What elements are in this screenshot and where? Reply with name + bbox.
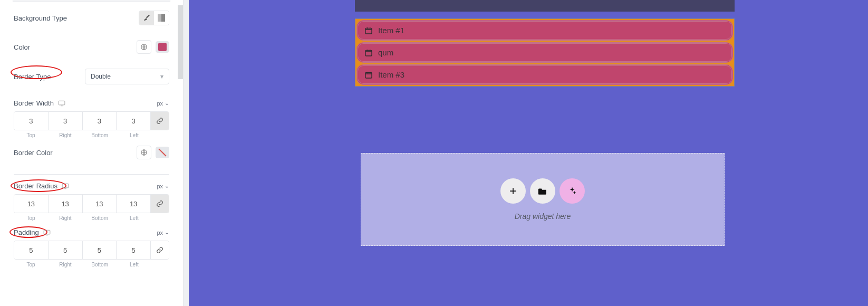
list-item[interactable]: Item #1	[356, 20, 733, 41]
canvas-gutter	[184, 0, 189, 306]
gradient-icon	[158, 14, 165, 22]
border-width-label: Border Width	[14, 99, 54, 107]
border-width-left[interactable]: 3	[117, 112, 151, 130]
editor-canvas[interactable]: Item #1 qum Item #3 + Drag widget here	[184, 0, 868, 306]
svg-rect-10	[365, 28, 372, 34]
border-type-control: Border Type Double ▾	[14, 61, 169, 92]
border-radius-header: Border Radius px⌄	[14, 175, 169, 190]
link-values-button[interactable]	[151, 241, 169, 259]
globe-icon	[140, 43, 148, 51]
padding-right[interactable]: 5	[49, 241, 83, 259]
padding-unit[interactable]: px⌄	[157, 229, 169, 236]
list-item-label: qum	[378, 48, 393, 57]
widget-library-button[interactable]	[530, 178, 555, 204]
link-icon	[156, 117, 163, 125]
border-radius-label: Border Radius	[14, 182, 57, 190]
background-type-toggle	[139, 11, 169, 25]
border-radius-bottom[interactable]: 13	[83, 195, 117, 213]
ai-widget-button[interactable]	[560, 178, 585, 204]
link-icon	[156, 200, 163, 207]
svg-rect-9	[46, 235, 48, 235]
border-width-bottom[interactable]: 3	[83, 112, 117, 130]
bg-type-gradient[interactable]	[154, 11, 169, 25]
desktop-icon[interactable]	[62, 183, 69, 189]
drop-zone-buttons: +	[500, 178, 585, 204]
color-label: Color	[14, 43, 30, 51]
chevron-down-icon: ▾	[160, 73, 163, 80]
paintbrush-icon	[143, 14, 150, 22]
border-color-label: Border Color	[14, 149, 53, 157]
border-color-control: Border Color	[14, 138, 169, 167]
color-swatch[interactable]	[156, 41, 169, 53]
global-color-button[interactable]	[137, 40, 151, 54]
drop-zone-text: Drag widget here	[515, 212, 571, 221]
global-border-color-button[interactable]	[137, 146, 151, 159]
plus-icon: +	[509, 184, 517, 198]
calendar-icon	[364, 49, 373, 57]
border-type-value: Double	[91, 73, 111, 80]
list-item[interactable]: qum	[356, 42, 733, 63]
bg-type-classic[interactable]	[139, 11, 154, 25]
folder-icon	[538, 187, 547, 195]
captions: TopRightBottomLeft	[14, 215, 169, 221]
svg-rect-11	[365, 50, 372, 56]
background-type-control: Background Type	[14, 3, 169, 33]
link-values-button[interactable]	[151, 112, 169, 130]
border-width-unit[interactable]: px⌄	[157, 100, 169, 107]
scrollbar[interactable]	[178, 5, 183, 79]
color-value	[158, 43, 167, 51]
section-placeholder[interactable]	[355, 0, 735, 12]
link-values-button[interactable]	[151, 195, 169, 213]
svg-rect-7	[64, 188, 66, 189]
border-width-right[interactable]: 3	[49, 112, 83, 130]
border-width-top[interactable]: 3	[14, 112, 49, 130]
svg-rect-4	[61, 106, 63, 106]
no-color-icon	[158, 148, 167, 157]
border-radius-top[interactable]: 13	[14, 195, 49, 213]
svg-rect-12	[365, 72, 372, 78]
desktop-icon[interactable]	[58, 100, 65, 107]
list-widget[interactable]: Item #1 qum Item #3	[355, 18, 735, 87]
svg-rect-3	[59, 101, 65, 105]
border-radius-unit[interactable]: px⌄	[157, 183, 169, 189]
drop-zone[interactable]: + Drag widget here	[361, 153, 725, 246]
border-type-select[interactable]: Double ▾	[85, 69, 169, 84]
captions: TopRightBottomLeft	[14, 132, 169, 138]
border-width-header: Border Width px⌄	[14, 92, 169, 107]
svg-rect-8	[44, 230, 50, 234]
padding-top[interactable]: 5	[14, 241, 49, 259]
style-panel: Background Type Color Border Type Double	[0, 0, 184, 306]
border-color-swatch[interactable]	[156, 147, 169, 158]
border-type-label: Border Type	[14, 73, 51, 81]
captions: TopRightBottomLeft	[14, 262, 169, 267]
padding-header: Padding px⌄	[14, 221, 169, 236]
border-width-inputs: 3 3 3 3	[14, 111, 169, 130]
list-item-label: Item #3	[378, 70, 404, 79]
list-item[interactable]: Item #3	[356, 64, 733, 85]
list-item-label: Item #1	[378, 26, 404, 35]
svg-rect-1	[161, 14, 165, 22]
padding-bottom[interactable]: 5	[83, 241, 117, 259]
border-radius-right[interactable]: 13	[49, 195, 83, 213]
calendar-icon	[364, 71, 373, 79]
padding-inputs: 5 5 5 5	[14, 241, 169, 260]
color-control: Color	[14, 33, 169, 61]
svg-rect-6	[62, 184, 69, 188]
background-type-label: Background Type	[14, 14, 67, 22]
globe-icon	[140, 149, 148, 156]
calendar-icon	[364, 26, 373, 35]
desktop-icon[interactable]	[43, 230, 51, 236]
add-widget-button[interactable]: +	[500, 178, 526, 204]
border-radius-left[interactable]: 13	[117, 195, 151, 213]
padding-label: Padding	[14, 228, 39, 236]
sparkle-icon	[567, 186, 577, 196]
link-icon	[156, 246, 163, 254]
border-radius-inputs: 13 13 13 13	[14, 194, 169, 213]
padding-left[interactable]: 5	[117, 241, 151, 259]
